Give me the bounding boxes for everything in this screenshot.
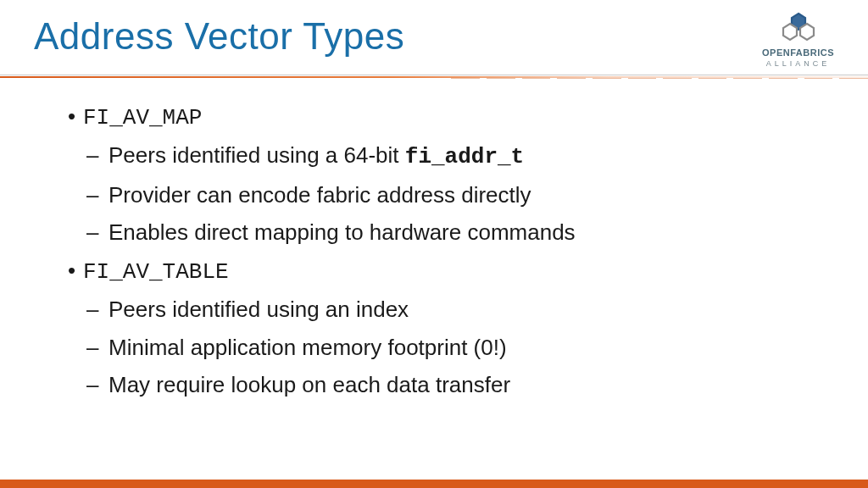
svg-marker-2 (800, 24, 814, 40)
bullet-item: FI_AV_TABLE Peers identified using an in… (68, 254, 817, 402)
sub-bullet: Peers identified using an index (83, 293, 817, 325)
bullet-item: FI_AV_MAP Peers identified using a 64-bi… (68, 100, 817, 249)
sub-bullet: Minimal application memory footprint (0!… (83, 331, 817, 363)
logo-top-text: OPENFABRICS (762, 47, 834, 58)
header-separator (0, 75, 868, 80)
bullet-label: FI_AV_TABLE (83, 259, 229, 285)
slide-header: Address Vector Types OPENFABRICS ALLIANC… (0, 0, 868, 75)
slide-title: Address Vector Types (34, 15, 404, 58)
sub-bullet: Provider can encode fabric address direc… (83, 179, 817, 211)
sub-bullet: Enables direct mapping to hardware comma… (83, 216, 817, 248)
openfabrics-logo: OPENFABRICS ALLIANCE (762, 12, 834, 68)
hexagon-cluster-icon (773, 12, 824, 46)
bullet-label: FI_AV_MAP (83, 105, 202, 130)
sub-bullet-text: May require lookup on each data transfer (108, 372, 510, 397)
sub-bullet-text: Peers identified using an index (108, 297, 409, 322)
sub-bullet-text: Peers identified using a 64-bit (108, 142, 405, 168)
sub-bullet-text: Minimal application memory footprint (0!… (108, 335, 507, 360)
svg-marker-1 (783, 24, 797, 40)
logo-text: OPENFABRICS ALLIANCE (762, 47, 834, 68)
slide-body: FI_AV_MAP Peers identified using a 64-bi… (0, 80, 868, 402)
logo-bottom-text: ALLIANCE (766, 59, 831, 68)
sub-bullet-text: Provider can encode fabric address direc… (108, 182, 531, 208)
inline-code: fi_addr_t (405, 144, 524, 169)
sub-bullet: Peers identified using a 64-bit fi_addr_… (83, 139, 817, 173)
footer-accent-bar (0, 480, 868, 488)
sub-bullet-text: Enables direct mapping to hardware comma… (108, 219, 576, 245)
sub-bullet: May require lookup on each data transfer (83, 369, 817, 401)
